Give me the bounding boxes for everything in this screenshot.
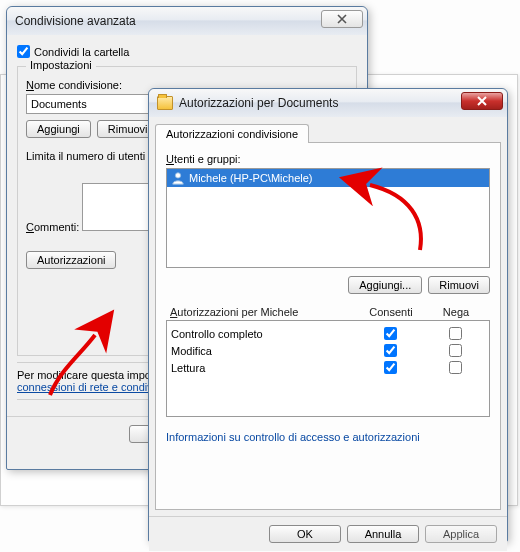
permissions-button[interactable]: Autorizzazioni bbox=[26, 251, 116, 269]
user-icon bbox=[171, 171, 185, 185]
perm-deny-checkbox[interactable] bbox=[449, 361, 462, 374]
share-folder-label: Condividi la cartella bbox=[34, 46, 129, 58]
window-title: Autorizzazioni per Documents bbox=[179, 96, 461, 110]
tab-share-permissions[interactable]: Autorizzazioni condivisione bbox=[155, 124, 309, 143]
comments-label: Commenti: bbox=[26, 221, 79, 233]
users-groups-label: Utenti e gruppi: bbox=[166, 153, 241, 165]
share-folder-checkbox[interactable]: Condividi la cartella bbox=[17, 45, 357, 58]
add-user-button[interactable]: Aggiungi... bbox=[348, 276, 422, 294]
titlebar[interactable]: Condivisione avanzata bbox=[7, 7, 367, 35]
apply-button[interactable]: Applica bbox=[425, 525, 497, 543]
perm-allow-checkbox[interactable] bbox=[384, 327, 397, 340]
add-button[interactable]: Aggiungi bbox=[26, 120, 91, 138]
perm-allow-checkbox[interactable] bbox=[384, 361, 397, 374]
perm-deny-checkbox[interactable] bbox=[449, 344, 462, 357]
perm-row: Lettura bbox=[167, 359, 489, 376]
allow-header: Consenti bbox=[356, 306, 426, 318]
permissions-window: Autorizzazioni per Documents Autorizzazi… bbox=[148, 88, 508, 542]
close-button[interactable] bbox=[321, 10, 363, 28]
permissions-for-label: Autorizzazioni per Michele bbox=[170, 306, 356, 318]
window-title: Condivisione avanzata bbox=[15, 14, 321, 28]
deny-header: Nega bbox=[426, 306, 486, 318]
settings-legend: Impostazioni bbox=[26, 59, 96, 71]
titlebar[interactable]: Autorizzazioni per Documents bbox=[149, 89, 507, 117]
perm-row: Controllo completo bbox=[167, 325, 489, 342]
remove-user-button[interactable]: Rimuovi bbox=[428, 276, 490, 294]
cancel-button[interactable]: Annulla bbox=[347, 525, 419, 543]
folder-icon bbox=[157, 96, 173, 110]
close-button[interactable] bbox=[461, 92, 503, 110]
user-name: Michele (HP-PC\Michele) bbox=[189, 172, 312, 184]
share-folder-checkbox-input[interactable] bbox=[17, 45, 30, 58]
perm-name: Controllo completo bbox=[171, 328, 355, 340]
share-name-label: Nome condivisione: bbox=[26, 79, 122, 91]
list-item[interactable]: Michele (HP-PC\Michele) bbox=[167, 169, 489, 187]
perm-deny-checkbox[interactable] bbox=[449, 327, 462, 340]
perm-allow-checkbox[interactable] bbox=[384, 344, 397, 357]
access-control-info-link[interactable]: Informazioni su controllo di accesso e a… bbox=[166, 431, 420, 443]
permissions-list: Controllo completo Modifica Lettura bbox=[166, 320, 490, 417]
perm-row: Modifica bbox=[167, 342, 489, 359]
users-listbox[interactable]: Michele (HP-PC\Michele) bbox=[166, 168, 490, 268]
ok-button[interactable]: OK bbox=[269, 525, 341, 543]
svg-point-0 bbox=[175, 173, 180, 178]
perm-name: Modifica bbox=[171, 345, 355, 357]
perm-name: Lettura bbox=[171, 362, 355, 374]
